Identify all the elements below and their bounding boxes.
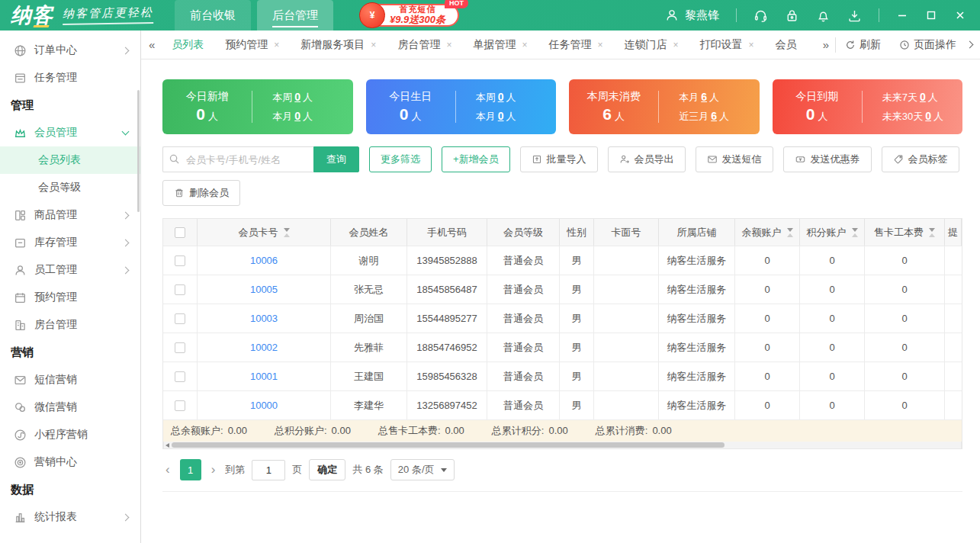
scrollbar-thumb[interactable] [172, 442, 725, 448]
scroll-left-arrow-icon[interactable] [165, 443, 169, 448]
refresh-button[interactable]: 刷新 [836, 38, 890, 52]
sidebar-item-task-mgmt[interactable]: 任务管理 [0, 64, 140, 92]
sidebar-item-booking-mgmt[interactable]: 预约管理 [0, 284, 140, 311]
table-row[interactable]: 10006 谢明 13945852888 普通会员 男 纳客生活服务 0 0 0 [163, 246, 962, 275]
stat-row-value[interactable]: 6 [701, 91, 707, 103]
user-menu[interactable]: 黎燕锋 [665, 8, 719, 23]
tab-member-truncated[interactable]: 会员 [764, 31, 802, 59]
more-filters-button[interactable]: 更多筛选 [369, 146, 432, 172]
tab-task-mgmt[interactable]: 任务管理× [538, 31, 613, 59]
tab-close-icon[interactable]: × [274, 40, 279, 50]
member-card-link[interactable]: 10001 [250, 371, 278, 382]
sort-icon[interactable] [929, 228, 935, 237]
row-checkbox[interactable] [175, 342, 185, 353]
minimize-button[interactable] [896, 9, 908, 21]
col-balance[interactable]: 余额账户 [735, 219, 800, 246]
sidebar-item-wechat-marketing[interactable]: 微信营销 [0, 394, 140, 421]
send-sms-button[interactable]: 发送短信 [696, 146, 773, 172]
select-all-checkbox[interactable] [175, 227, 185, 238]
confirm-button[interactable]: 确定 [309, 459, 345, 480]
sidebar-item-report[interactable]: 统计报表 [0, 503, 140, 531]
member-export-button[interactable]: 会员导出 [608, 146, 686, 172]
tab-chain-store[interactable]: 连锁门店× [613, 31, 689, 59]
goto-page-input[interactable] [252, 460, 285, 480]
tab-print-settings[interactable]: 打印设置× [689, 31, 764, 59]
table-row[interactable]: 10001 王建国 15985456328 普通会员 男 纳客生活服务 0 0 … [163, 361, 962, 390]
sort-icon[interactable] [787, 228, 793, 237]
table-row[interactable]: 10005 张无忌 18545856487 普通会员 男 纳客生活服务 0 0 … [163, 275, 962, 304]
sidebar-item-member-mgmt[interactable]: 会员管理 [0, 119, 140, 146]
search-input[interactable] [162, 146, 313, 172]
page-size-select[interactable]: 20 条/页 [390, 459, 455, 480]
sidebar-scrollbar[interactable] [137, 90, 140, 212]
stat-card-birthday-today[interactable]: 今日生日 0人 本周0人 本月0人 [366, 79, 557, 134]
row-checkbox[interactable] [175, 313, 185, 324]
page-ops-button[interactable]: 页面操作 [890, 38, 966, 52]
member-tag-button[interactable]: 会员标签 [882, 146, 959, 172]
lock-icon[interactable] [785, 8, 799, 23]
tab-close-icon[interactable]: × [597, 40, 602, 50]
stat-row-value[interactable]: 0 [498, 110, 504, 122]
horizontal-scrollbar[interactable] [163, 442, 962, 449]
stat-card-no-spend-week[interactable]: 本周未消费 6人 本月6人 近三月6人 [569, 79, 760, 134]
sidebar-item-sms-marketing[interactable]: 短信营销 [0, 366, 140, 394]
table-row[interactable]: 10002 先雅菲 18854746952 普通会员 男 纳客生活服务 0 0 … [163, 333, 962, 361]
stat-row-value[interactable]: 0 [920, 91, 926, 103]
prev-page-button[interactable]: ‹ [162, 462, 173, 477]
sidebar-item-room-mgmt[interactable]: 房台管理 [0, 311, 140, 339]
delete-member-button[interactable]: 删除会员 [162, 180, 240, 206]
add-member-button[interactable]: +新增会员 [442, 146, 510, 172]
stat-card-new-today[interactable]: 今日新增 0人 本周0人 本月0人 [162, 79, 353, 134]
col-card-no[interactable]: 会员卡号 [198, 219, 331, 246]
stat-row-value[interactable]: 0 [294, 91, 300, 103]
sidebar-item-miniprogram-marketing[interactable]: 小程序营销 [0, 421, 140, 448]
member-card-link[interactable]: 10003 [250, 313, 278, 324]
tab-new-service-item[interactable]: 新增服务项目× [290, 31, 387, 59]
stat-row-value[interactable]: 6 [711, 110, 717, 122]
row-checkbox[interactable] [175, 284, 185, 295]
stat-row-value[interactable]: 0 [294, 110, 300, 122]
page-number-button[interactable]: 1 [180, 459, 201, 480]
close-button[interactable] [954, 9, 966, 21]
tab-member-list[interactable]: 员列表 [161, 31, 214, 59]
nav-back-office[interactable]: 后台管理 [257, 0, 333, 31]
row-checkbox[interactable] [175, 400, 185, 411]
sidebar-item-goods-mgmt[interactable]: 商品管理 [0, 201, 140, 229]
maximize-button[interactable] [925, 9, 937, 21]
sidebar-item-member-level[interactable]: 会员等级 [0, 174, 140, 201]
stat-row-value[interactable]: 0 [498, 91, 504, 103]
query-button[interactable]: 查询 [313, 146, 359, 172]
tab-scroll-left-icon[interactable]: « [141, 38, 161, 51]
tab-room-mgmt[interactable]: 房台管理× [387, 31, 462, 59]
send-coupon-button[interactable]: 发送优惠券 [783, 146, 872, 172]
next-page-button[interactable]: › [208, 462, 219, 477]
sidebar-item-marketing-center[interactable]: 营销中心 [0, 448, 140, 476]
tab-close-icon[interactable]: × [371, 40, 376, 50]
tab-close-icon[interactable]: × [446, 40, 451, 50]
sidebar-item-staff-mgmt[interactable]: 员工管理 [0, 256, 140, 284]
stat-row-value[interactable]: 0 [925, 110, 931, 122]
sort-icon[interactable] [284, 228, 290, 237]
sidebar-item-inventory-mgmt[interactable]: 库存管理 [0, 229, 140, 256]
row-checkbox[interactable] [175, 371, 185, 382]
col-card-fee[interactable]: 售卡工本费 [865, 219, 945, 246]
sidebar-item-order-center[interactable]: 订单中心 [0, 37, 140, 64]
tab-close-icon[interactable]: × [673, 40, 678, 50]
tab-close-icon[interactable]: × [522, 40, 527, 50]
stat-card-expire-today[interactable]: 今日到期 0人 未来7天0人 未来30天0人 [773, 79, 963, 134]
member-card-link[interactable]: 10000 [250, 400, 278, 411]
sidebar-item-member-list[interactable]: 会员列表 [0, 146, 140, 174]
tab-scroll-right-icon[interactable]: » [815, 38, 835, 51]
nav-front-desk[interactable]: 前台收银 [175, 0, 251, 31]
tab-doc-mgmt[interactable]: 单据管理× [462, 31, 538, 59]
tab-close-icon[interactable]: × [748, 40, 753, 50]
page-ops-expand-icon[interactable] [966, 41, 974, 49]
batch-import-button[interactable]: 批量导入 [520, 146, 598, 172]
download-icon[interactable] [847, 8, 862, 23]
member-card-link[interactable]: 10002 [250, 342, 278, 353]
table-row[interactable]: 10000 李建华 13256897452 普通会员 男 纳客生活服务 0 0 … [163, 390, 962, 419]
headset-icon[interactable] [753, 8, 768, 23]
row-checkbox[interactable] [175, 255, 185, 266]
bell-icon[interactable] [816, 8, 831, 23]
member-card-link[interactable]: 10005 [250, 284, 278, 295]
